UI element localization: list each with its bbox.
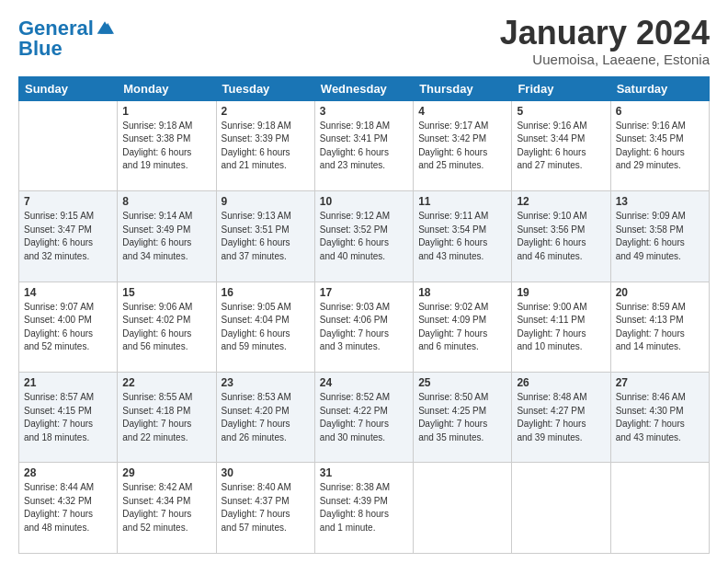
day-number: 25 [418,376,506,389]
day-number: 9 [222,195,310,208]
table-cell: 13Sunrise: 9:09 AM Sunset: 3:58 PM Dayli… [610,191,709,282]
logo-text2: Blue [18,39,63,59]
table-cell: 1Sunrise: 9:18 AM Sunset: 3:38 PM Daylig… [118,100,216,190]
table-cell: 25Sunrise: 8:50 AM Sunset: 4:25 PM Dayli… [414,373,512,463]
table-cell: 8Sunrise: 9:14 AM Sunset: 3:49 PM Daylig… [118,191,216,282]
table-cell [19,100,118,190]
table-cell: 19Sunrise: 9:00 AM Sunset: 4:11 PM Dayli… [512,282,610,372]
table-cell: 12Sunrise: 9:10 AM Sunset: 3:56 PM Dayli… [512,191,610,282]
day-number: 2 [222,105,310,118]
day-number: 10 [320,195,408,208]
col-friday: Friday [512,76,610,100]
table-cell: 2Sunrise: 9:18 AM Sunset: 3:39 PM Daylig… [216,100,314,190]
col-monday: Monday [118,76,216,100]
logo-text: General [18,18,94,39]
cell-details: Sunrise: 8:40 AM Sunset: 4:37 PM Dayligh… [222,481,310,534]
table-cell: 16Sunrise: 9:05 AM Sunset: 4:04 PM Dayli… [216,282,314,372]
table-cell: 24Sunrise: 8:52 AM Sunset: 4:22 PM Dayli… [314,373,413,463]
table-cell: 18Sunrise: 9:02 AM Sunset: 4:09 PM Dayli… [414,282,512,372]
day-number: 15 [122,286,210,299]
main-title: January 2024 [500,15,710,52]
subtitle: Uuemoisa, Laeaene, Estonia [500,52,710,67]
table-cell: 10Sunrise: 9:12 AM Sunset: 3:52 PM Dayli… [314,191,413,282]
cell-details: Sunrise: 9:02 AM Sunset: 4:09 PM Dayligh… [418,301,506,354]
logo-icon [96,18,114,37]
day-number: 19 [517,286,605,299]
table-cell: 6Sunrise: 9:16 AM Sunset: 3:45 PM Daylig… [610,100,709,190]
table-cell [610,463,709,554]
day-number: 31 [320,466,408,479]
cell-details: Sunrise: 8:55 AM Sunset: 4:18 PM Dayligh… [122,391,210,444]
day-number: 20 [616,286,704,299]
day-number: 27 [616,376,704,389]
table-cell: 3Sunrise: 9:18 AM Sunset: 3:41 PM Daylig… [314,100,413,190]
cell-details: Sunrise: 8:53 AM Sunset: 4:20 PM Dayligh… [222,391,310,444]
cell-details: Sunrise: 9:16 AM Sunset: 3:45 PM Dayligh… [616,120,704,173]
table-cell: 27Sunrise: 8:46 AM Sunset: 4:30 PM Dayli… [610,373,709,463]
table-cell: 29Sunrise: 8:42 AM Sunset: 4:34 PM Dayli… [118,463,216,554]
col-saturday: Saturday [610,76,709,100]
day-number: 11 [418,195,506,208]
day-number: 28 [24,466,112,479]
cell-details: Sunrise: 9:18 AM Sunset: 3:39 PM Dayligh… [222,120,310,173]
week-row-3: 14Sunrise: 9:07 AM Sunset: 4:00 PM Dayli… [19,282,710,372]
cell-details: Sunrise: 9:06 AM Sunset: 4:02 PM Dayligh… [122,301,210,354]
page: General Blue January 2024 Uuemoisa, Laea… [0,0,728,563]
cell-details: Sunrise: 9:13 AM Sunset: 3:51 PM Dayligh… [222,210,310,263]
day-number: 12 [517,195,605,208]
day-number: 21 [24,376,112,389]
day-number: 30 [222,466,310,479]
cell-details: Sunrise: 8:46 AM Sunset: 4:30 PM Dayligh… [616,391,704,444]
cell-details: Sunrise: 9:12 AM Sunset: 3:52 PM Dayligh… [320,210,408,263]
col-thursday: Thursday [414,76,512,100]
table-cell: 7Sunrise: 9:15 AM Sunset: 3:47 PM Daylig… [19,191,118,282]
cell-details: Sunrise: 8:57 AM Sunset: 4:15 PM Dayligh… [24,391,112,444]
day-number: 14 [24,286,112,299]
day-number: 17 [320,286,408,299]
table-cell: 4Sunrise: 9:17 AM Sunset: 3:42 PM Daylig… [414,100,512,190]
day-number: 29 [122,466,210,479]
table-cell: 9Sunrise: 9:13 AM Sunset: 3:51 PM Daylig… [216,191,314,282]
week-row-1: 1Sunrise: 9:18 AM Sunset: 3:38 PM Daylig… [19,100,710,190]
day-number: 26 [517,376,605,389]
week-row-4: 21Sunrise: 8:57 AM Sunset: 4:15 PM Dayli… [19,373,710,463]
day-number: 18 [418,286,506,299]
day-number: 6 [616,105,704,118]
cell-details: Sunrise: 8:48 AM Sunset: 4:27 PM Dayligh… [517,391,605,444]
calendar: Sunday Monday Tuesday Wednesday Thursday… [18,76,710,554]
cell-details: Sunrise: 9:07 AM Sunset: 4:00 PM Dayligh… [24,301,112,354]
table-cell: 21Sunrise: 8:57 AM Sunset: 4:15 PM Dayli… [19,373,118,463]
table-cell [512,463,610,554]
table-cell: 14Sunrise: 9:07 AM Sunset: 4:00 PM Dayli… [19,282,118,372]
title-block: January 2024 Uuemoisa, Laeaene, Estonia [500,15,710,67]
cell-details: Sunrise: 9:18 AM Sunset: 3:41 PM Dayligh… [320,120,408,173]
cell-details: Sunrise: 8:38 AM Sunset: 4:39 PM Dayligh… [320,481,408,534]
col-tuesday: Tuesday [216,76,314,100]
day-number: 13 [616,195,704,208]
table-cell: 26Sunrise: 8:48 AM Sunset: 4:27 PM Dayli… [512,373,610,463]
cell-details: Sunrise: 9:03 AM Sunset: 4:06 PM Dayligh… [320,301,408,354]
header: General Blue January 2024 Uuemoisa, Laea… [18,15,710,67]
cell-details: Sunrise: 9:05 AM Sunset: 4:04 PM Dayligh… [222,301,310,354]
table-cell: 31Sunrise: 8:38 AM Sunset: 4:39 PM Dayli… [314,463,413,554]
col-sunday: Sunday [19,76,118,100]
cell-details: Sunrise: 8:50 AM Sunset: 4:25 PM Dayligh… [418,391,506,444]
cell-details: Sunrise: 9:15 AM Sunset: 3:47 PM Dayligh… [24,210,112,263]
cell-details: Sunrise: 9:00 AM Sunset: 4:11 PM Dayligh… [517,301,605,354]
table-cell: 15Sunrise: 9:06 AM Sunset: 4:02 PM Dayli… [118,282,216,372]
cell-details: Sunrise: 9:18 AM Sunset: 3:38 PM Dayligh… [122,120,210,173]
table-cell: 5Sunrise: 9:16 AM Sunset: 3:44 PM Daylig… [512,100,610,190]
cell-details: Sunrise: 9:16 AM Sunset: 3:44 PM Dayligh… [517,120,605,173]
logo: General Blue [18,18,114,59]
table-cell: 28Sunrise: 8:44 AM Sunset: 4:32 PM Dayli… [19,463,118,554]
table-cell: 20Sunrise: 8:59 AM Sunset: 4:13 PM Dayli… [610,282,709,372]
table-cell: 23Sunrise: 8:53 AM Sunset: 4:20 PM Dayli… [216,373,314,463]
day-number: 5 [517,105,605,118]
table-cell: 30Sunrise: 8:40 AM Sunset: 4:37 PM Dayli… [216,463,314,554]
week-row-2: 7Sunrise: 9:15 AM Sunset: 3:47 PM Daylig… [19,191,710,282]
day-number: 24 [320,376,408,389]
cell-details: Sunrise: 8:44 AM Sunset: 4:32 PM Dayligh… [24,481,112,534]
cell-details: Sunrise: 9:14 AM Sunset: 3:49 PM Dayligh… [122,210,210,263]
table-cell: 17Sunrise: 9:03 AM Sunset: 4:06 PM Dayli… [314,282,413,372]
day-number: 1 [122,105,210,118]
